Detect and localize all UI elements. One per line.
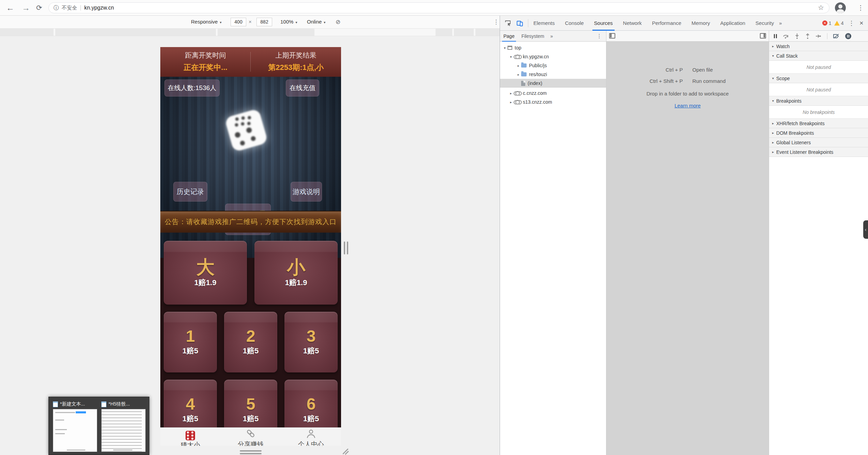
back-icon[interactable]: ← <box>6 0 14 16</box>
tree-item-index-selected[interactable]: (index) <box>500 79 606 88</box>
tab-elements[interactable]: Elements <box>528 16 560 31</box>
section-xhr-breakpoints[interactable]: ▸ XHR/fetch Breakpoints <box>769 119 868 128</box>
tree-item-top[interactable]: ▾ top <box>500 43 606 52</box>
tree-item-res-touzi[interactable]: ▸ res/touzi <box>500 70 606 79</box>
bet-small-odds: 1赔1.9 <box>285 278 307 288</box>
bet-1-label: 1 <box>186 328 195 344</box>
step-over-icon[interactable] <box>783 34 789 39</box>
preview-window-2[interactable]: *H5猜骰... <box>101 400 146 451</box>
preview-thumbnail[interactable] <box>53 409 97 452</box>
history-button[interactable]: 历史记录 <box>173 182 207 202</box>
tree-item-c-cnzz[interactable]: ▸ c.cnzz.com <box>500 89 606 98</box>
tab-network[interactable]: Network <box>618 16 647 31</box>
recharge-button[interactable]: 在线充值 <box>286 79 319 97</box>
reload-icon[interactable]: ⟳ <box>36 0 42 16</box>
address-bar[interactable]: ⓘ 不安全 kn.ypgzw.cn <box>48 2 829 13</box>
pause-script-icon[interactable] <box>774 34 777 38</box>
bet-4-odds: 1赔5 <box>182 414 198 424</box>
bet-6-label: 6 <box>307 396 316 412</box>
deactivate-breakpoints-icon[interactable] <box>833 34 839 39</box>
last-result-label: 上期开奖结果 <box>251 51 341 60</box>
tree-item-public-js[interactable]: ▸ Public/js <box>500 61 606 70</box>
bet-button-big[interactable]: 大 1赔1.9 <box>164 241 247 305</box>
navigator-tab-page[interactable]: Page <box>500 31 518 42</box>
browser-menu-icon[interactable]: ⋮ <box>857 4 864 12</box>
avatar[interactable] <box>835 2 846 13</box>
sources-editor-pane: Ctrl + POpen file Ctrl + Shift + PRun co… <box>606 31 769 455</box>
help-button[interactable]: 游戏说明 <box>291 182 322 202</box>
collapse-debugger-icon[interactable] <box>760 33 766 39</box>
throttle-block-icon[interactable]: ⊘ <box>336 18 340 26</box>
editor-placeholder: Ctrl + POpen file Ctrl + Shift + PRun co… <box>606 64 769 108</box>
section-breakpoints[interactable]: ▾ Breakpoints <box>769 96 868 106</box>
url-text: kn.ypgzw.cn <box>84 5 114 11</box>
navigator-tab-filesystem[interactable]: Filesystem <box>518 31 548 42</box>
devtools-panel: Elements Console Sources Network Perform… <box>500 16 868 455</box>
tab-console[interactable]: Console <box>560 16 589 31</box>
navigator-menu-icon[interactable]: ⋮ <box>597 33 602 39</box>
more-tabs-icon[interactable]: » <box>779 20 782 26</box>
learn-more-link[interactable]: Learn more <box>675 103 701 108</box>
bet-5-odds: 1赔5 <box>243 414 259 424</box>
bet-big-odds: 1赔1.9 <box>194 278 217 288</box>
bookmark-star-icon[interactable]: ☆ <box>818 3 824 12</box>
bet-button-1[interactable]: 1 1赔5 <box>164 312 217 372</box>
section-event-listener-breakpoints[interactable]: ▸ Event Listener Breakpoints <box>769 147 868 157</box>
forward-icon[interactable]: → <box>22 0 30 16</box>
viewport-resize-handle-bottom[interactable] <box>240 450 262 454</box>
inspect-element-icon[interactable] <box>505 20 512 27</box>
step-icon[interactable] <box>816 34 821 39</box>
devtools-menu-icon[interactable]: ⋮ <box>848 19 854 27</box>
tree-collapsed-icon: ▸ <box>772 121 774 125</box>
collapse-navigator-icon[interactable] <box>609 33 615 39</box>
throttling-dropdown[interactable]: Online▾ <box>307 19 325 25</box>
tab-memory[interactable]: Memory <box>687 16 715 31</box>
viewport-resize-handle-corner[interactable] <box>342 447 350 455</box>
viewport-width-input[interactable]: 400 <box>231 18 246 26</box>
viewport-resize-handle-right[interactable] <box>344 241 348 254</box>
section-scope[interactable]: ▾ Scope <box>769 74 868 83</box>
bet-3-label: 3 <box>307 328 316 344</box>
preview-thumbnail[interactable] <box>101 409 146 452</box>
tab-sources[interactable]: Sources <box>589 16 618 31</box>
step-out-icon[interactable] <box>805 33 810 39</box>
bet-button-small[interactable]: 小 1赔1.9 <box>254 241 338 305</box>
device-type-dropdown[interactable]: Responsive▾ <box>191 19 221 25</box>
tree-item-s13-cnzz[interactable]: ▸ s13.cnzz.com <box>500 98 606 106</box>
tab-security[interactable]: Security <box>750 16 779 31</box>
security-label: 不安全 <box>62 5 77 11</box>
navigator-more-icon[interactable]: » <box>548 33 556 39</box>
nav-guess-size[interactable]: 猜大小 <box>160 428 221 446</box>
tab-application[interactable]: Application <box>715 16 750 31</box>
dice-icon <box>186 431 195 440</box>
section-call-stack[interactable]: ▾ Call Stack <box>769 51 868 61</box>
tab-performance[interactable]: Performance <box>647 16 687 31</box>
navigator-tabbar: Page Filesystem » ⋮ <box>500 31 606 42</box>
address-divider <box>80 5 81 11</box>
nav-profile[interactable]: 个人中心 <box>281 428 341 446</box>
section-watch[interactable]: ▸ Watch <box>769 42 868 51</box>
console-badges[interactable]: ✕ 1 4 <box>822 20 844 26</box>
info-icon[interactable]: ⓘ <box>54 4 59 12</box>
chevron-down-icon: ▾ <box>295 20 297 24</box>
zoom-dropdown[interactable]: 100%▾ <box>280 19 297 25</box>
step-into-icon[interactable] <box>795 33 799 39</box>
devtools-close-icon[interactable]: ✕ <box>859 20 864 26</box>
nav-share[interactable]: 分享赚钱 <box>221 428 281 446</box>
preview-window-1[interactable]: *新建文本... <box>53 400 97 451</box>
tree-expanded-icon: ▾ <box>772 99 774 103</box>
tree-item-domain[interactable]: ▾ kn.ypgzw.cn <box>500 52 606 61</box>
section-dom-breakpoints[interactable]: ▸ DOM Breakpoints <box>769 128 868 138</box>
sources-navigator-pane: Page Filesystem » ⋮ ▾ top ▾ kn.ypgzw.cn … <box>500 31 606 455</box>
viewport-height-input[interactable]: 882 <box>256 18 272 26</box>
pause-on-exceptions-icon[interactable] <box>845 33 851 39</box>
edge-collapse-tab[interactable]: ‹ <box>863 220 868 239</box>
section-global-listeners[interactable]: ▸ Global Listeners <box>769 138 868 147</box>
bet-button-3[interactable]: 3 1赔5 <box>284 312 338 372</box>
scope-status: Not paused <box>769 83 868 96</box>
bet-button-2[interactable]: 2 1赔5 <box>224 312 277 372</box>
device-toolbar-menu-icon[interactable]: ⋮ <box>493 18 499 26</box>
toggle-device-toolbar-icon[interactable] <box>516 20 523 27</box>
cloud-icon <box>514 91 520 96</box>
chevron-down-icon: ▾ <box>220 20 221 24</box>
